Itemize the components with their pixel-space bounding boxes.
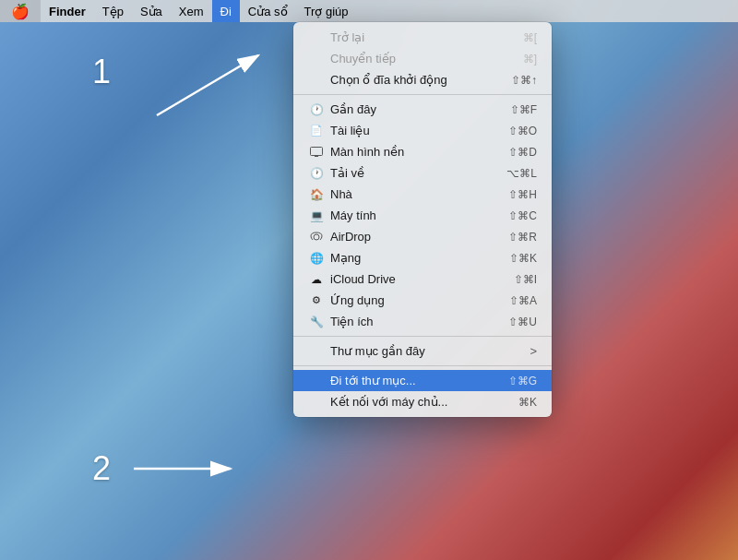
menu-item-mang[interactable]: 🌐 Mạng ⇧⌘K	[293, 247, 552, 268]
separator-3	[293, 365, 552, 366]
menu-item-gan-day[interactable]: 🕐 Gần đây ⇧⌘F	[293, 99, 552, 120]
separator-1	[293, 94, 552, 95]
annotation-number-1: 1	[92, 53, 111, 90]
may-tinh-icon: 💻	[308, 209, 325, 222]
menubar-sua[interactable]: Sửa	[132, 0, 171, 22]
menu-item-icloud-drive[interactable]: ☁ iCloud Drive ⇧⌘I	[293, 268, 552, 290]
man-hinh-nen-icon	[308, 147, 325, 157]
svg-line-5	[157, 55, 258, 115]
mang-icon: 🌐	[308, 252, 325, 265]
separator-2	[293, 336, 552, 337]
menu-item-chon-o-dia[interactable]: Chọn ổ đĩa khởi động ⇧⌘↑	[293, 69, 552, 90]
apple-icon: 🍎	[11, 3, 30, 20]
menu-item-tai-ve[interactable]: 🕐 Tải về ⌥⌘L	[293, 162, 552, 184]
menubar: 🍎 Finder Tệp Sửa Xem Đi Cửa sổ Trợ giúp	[0, 0, 738, 22]
annotation-number-2: 2	[92, 452, 111, 485]
menu-item-airdrop[interactable]: AirDrop ⇧⌘R	[293, 226, 552, 247]
nha-icon: 🏠	[308, 188, 325, 201]
gan-day-icon: 🕐	[308, 103, 325, 116]
menubar-tep[interactable]: Tệp	[94, 0, 132, 22]
apple-menu[interactable]: 🍎	[0, 0, 41, 22]
menu-item-nha[interactable]: 🏠 Nhà ⇧⌘H	[293, 184, 552, 205]
icloud-icon: ☁	[308, 273, 325, 286]
menu-item-chuyen-tiep[interactable]: Chuyển tiếp ⌘]	[293, 48, 552, 69]
airdrop-icon	[308, 231, 325, 244]
menubar-xem[interactable]: Xem	[171, 0, 212, 22]
menu-item-di-toi-thu-muc[interactable]: Đi tới thư mục... ⇧⌘G	[293, 370, 552, 391]
arrow-1-svg	[148, 46, 277, 120]
tai-lieu-icon: 📄	[308, 125, 325, 137]
menu-item-tai-lieu[interactable]: 📄 Tài liệu ⇧⌘O	[293, 120, 552, 141]
svg-point-3	[314, 234, 319, 240]
go-menu-dropdown: Trở lại ⌘[ Chuyển tiếp ⌘] Chọn ổ đĩa khở…	[293, 22, 552, 417]
menu-item-may-tinh[interactable]: 💻 Máy tính ⇧⌘C	[293, 205, 552, 226]
menubar-finder[interactable]: Finder	[41, 0, 94, 22]
menubar-di[interactable]: Đi	[212, 0, 240, 22]
arrow-2-svg	[129, 455, 240, 483]
tai-ve-icon: 🕐	[308, 167, 325, 180]
menu-item-man-hinh-nen[interactable]: Màn hình nền ⇧⌘D	[293, 141, 552, 162]
menu-item-ket-noi-may-chu[interactable]: Kết nối với máy chủ... ⌘K	[293, 391, 552, 412]
annotation-1: 1	[92, 55, 111, 89]
svg-rect-1	[315, 156, 318, 157]
ung-dung-icon: ⚙	[308, 294, 325, 306]
menu-item-tro-lai[interactable]: Trở lại ⌘[	[293, 27, 552, 48]
menu-item-tien-ich[interactable]: 🔧 Tiện ích ⇧⌘U	[293, 311, 552, 332]
tien-ich-icon: 🔧	[308, 316, 325, 328]
menubar-cuaso[interactable]: Cửa sổ	[240, 0, 296, 22]
menu-item-ung-dung[interactable]: ⚙ Ứng dụng ⇧⌘A	[293, 290, 552, 311]
annotation-2: 2	[92, 452, 240, 485]
svg-rect-2	[313, 155, 320, 156]
menubar-trogiup[interactable]: Trợ giúp	[296, 0, 357, 22]
menu-item-thu-muc-gan-day[interactable]: Thư mục gần đây >	[293, 340, 552, 362]
svg-rect-0	[311, 148, 323, 156]
